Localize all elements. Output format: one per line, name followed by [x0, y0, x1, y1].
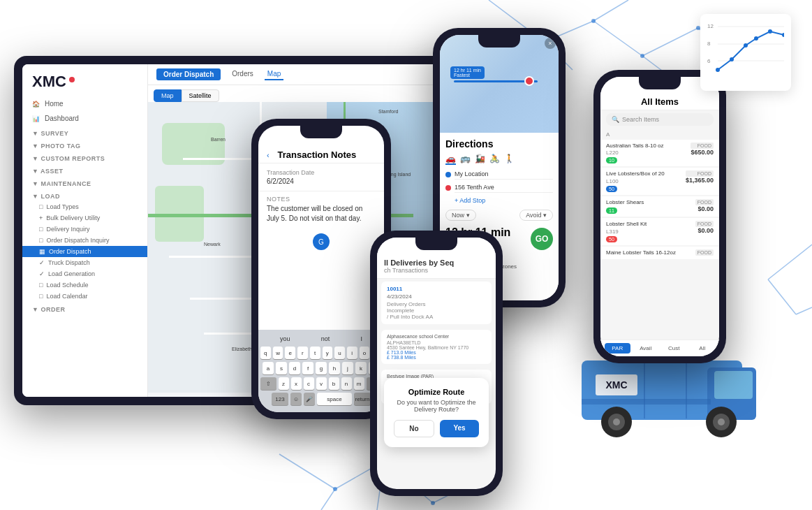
- item1-tag: FOOD: [691, 143, 714, 149]
- key-m[interactable]: m: [354, 377, 364, 390]
- keyboard[interactable]: you not I q w e r t y u i o p a: [258, 330, 384, 412]
- mode-transit-icon[interactable]: 🚌: [460, 154, 471, 165]
- key-s[interactable]: s: [276, 362, 287, 374]
- tab-orders[interactable]: Orders: [229, 68, 256, 80]
- key-mic[interactable]: 🎤: [304, 393, 315, 405]
- item2-avail: 50: [606, 186, 665, 192]
- directions-close-button[interactable]: ×: [545, 38, 556, 49]
- keyboard-row-2: a s d f g h j k l: [260, 362, 382, 374]
- key-v[interactable]: v: [316, 377, 327, 390]
- items-search-bar[interactable]: 🔍 Search Items: [606, 113, 714, 126]
- item3-details: Lobster Shears 11: [606, 199, 644, 214]
- sidebar-sub-loadschedule[interactable]: □ Load Schedule: [22, 279, 147, 291]
- chart-dot-4: [754, 36, 758, 41]
- transaction-notes-view: ‹ Transaction Notes Transaction Date 6/2…: [258, 126, 384, 412]
- item-row-4[interactable]: Lobster Shell Kit L319 50 FOOD $0.00: [600, 218, 719, 245]
- directions-avoid-option[interactable]: Avoid ▾: [519, 210, 553, 221]
- sidebar-sub-truckdispatch[interactable]: ✓ Truck Dispatch: [22, 257, 147, 268]
- key-r[interactable]: r: [297, 347, 308, 359]
- key-d[interactable]: d: [289, 362, 300, 374]
- directions-time-option[interactable]: Now ▾: [445, 210, 476, 221]
- optimize-yes-button[interactable]: Yes: [440, 420, 479, 437]
- key-t[interactable]: t: [310, 347, 320, 359]
- key-a[interactable]: a: [263, 362, 274, 374]
- item-row-2[interactable]: Live Lobsters/Box of 20 L100 50 FOOD $1,…: [600, 168, 719, 194]
- sidebar-item-dashboard[interactable]: 📊 Dashboard: [22, 111, 147, 126]
- sidebar-sub-orderdispatch[interactable]: ▦ Order Dispatch: [22, 246, 147, 257]
- word-suggestion-1[interactable]: you: [280, 335, 290, 342]
- map-tab-map[interactable]: Map: [154, 89, 182, 102]
- items-tab-avail[interactable]: Avail: [633, 343, 659, 354]
- key-return[interactable]: return: [354, 393, 371, 405]
- key-g[interactable]: g: [316, 362, 327, 374]
- tn-back-button[interactable]: ‹: [267, 151, 270, 159]
- items-tab-all[interactable]: All: [690, 343, 716, 354]
- key-b[interactable]: b: [329, 377, 339, 390]
- origin-dot: [445, 172, 451, 177]
- mode-walk-icon[interactable]: 🚶: [504, 154, 515, 165]
- mode-train-icon[interactable]: 🚂: [475, 154, 485, 165]
- key-n[interactable]: n: [341, 377, 352, 390]
- dest-dot: [445, 185, 451, 191]
- sidebar-sub-loadgen[interactable]: ✓ Load Generation: [22, 268, 147, 279]
- mode-bike-icon[interactable]: 🚴: [489, 154, 500, 165]
- tn-notes-content: The customer will be closed on July 5. D…: [258, 204, 384, 229]
- sidebar-sub-orderdispatchinquiry[interactable]: □ Order Dispatch Inquiry: [22, 235, 147, 246]
- map-tab-satellite[interactable]: Satellite: [182, 89, 219, 102]
- item-row-5[interactable]: Maine Lobster Tails 16-12oz FOOD: [600, 247, 719, 259]
- key-123[interactable]: 123: [272, 393, 288, 405]
- chart-label-6: 6: [707, 58, 711, 64]
- dashboard-icon: 📊: [32, 115, 40, 122]
- key-o[interactable]: o: [360, 347, 370, 359]
- key-w[interactable]: w: [273, 347, 283, 359]
- key-k[interactable]: k: [355, 362, 367, 374]
- sidebar-loadschedule-label: Load Schedule: [46, 282, 88, 289]
- delivery-route-1[interactable]: Alphasecance school Center ALPHA38ETLD 4…: [381, 330, 492, 364]
- key-f[interactable]: f: [302, 362, 313, 374]
- item5-name: Maine Lobster Tails 16-12oz: [606, 249, 676, 256]
- items-tab-cust[interactable]: Cust: [661, 343, 687, 354]
- key-i[interactable]: i: [347, 347, 357, 359]
- key-emoji[interactable]: ☺: [290, 393, 302, 405]
- key-z[interactable]: z: [279, 377, 289, 390]
- directions-add-stop-button[interactable]: + Add Stop: [445, 196, 553, 205]
- key-q[interactable]: q: [260, 347, 271, 359]
- item5-details: Maine Lobster Tails 16-12oz: [606, 249, 676, 256]
- key-x[interactable]: x: [291, 377, 302, 390]
- item2-name: Live Lobsters/Box of 20: [606, 170, 665, 177]
- key-shift[interactable]: ⇧: [260, 377, 276, 390]
- phone-all-items: All Items 🔍 Search Items A Australian Ta…: [593, 70, 726, 363]
- key-j[interactable]: j: [342, 362, 353, 374]
- word-suggestion-2[interactable]: not: [321, 335, 330, 342]
- key-h[interactable]: h: [329, 362, 340, 374]
- directions-dest-input[interactable]: 156 Tenth Ave: [455, 182, 553, 193]
- key-y[interactable]: y: [323, 347, 333, 359]
- delivery-item-1-date: 4/23/2024: [387, 293, 486, 300]
- item2-right: FOOD $1,365.00: [686, 170, 714, 184]
- key-c[interactable]: c: [304, 377, 314, 390]
- sidebar-sub-bulkdelivery[interactable]: + Bulk Delivery Utility: [22, 212, 147, 224]
- key-u[interactable]: u: [334, 347, 345, 359]
- mode-car-icon[interactable]: 🚗: [445, 154, 456, 165]
- chart-line: [718, 31, 784, 70]
- sidebar-sub-deliveryinquiry[interactable]: □ Delivery Inquiry: [22, 224, 147, 235]
- tab-map[interactable]: Map: [265, 68, 283, 80]
- directions-go-button[interactable]: GO: [531, 228, 553, 250]
- optimize-no-button[interactable]: No: [394, 420, 434, 437]
- keyboard-row-1: q w e r t y u i o p: [260, 347, 382, 359]
- directions-origin-input[interactable]: My Location: [455, 169, 553, 180]
- word-suggestion-3[interactable]: I: [360, 335, 362, 342]
- deliveries-overlay-area: Optimize Route Do you want to Optimize t…: [377, 407, 496, 489]
- key-space[interactable]: space: [317, 393, 352, 405]
- directions-options-row: Now ▾ Avoid ▾: [445, 210, 553, 221]
- item3-name: Lobster Shears: [606, 199, 644, 206]
- sidebar-sub-loadcalendar[interactable]: □ Load Calendar: [22, 291, 147, 302]
- items-tab-par[interactable]: PAR: [605, 343, 630, 354]
- item-row-1[interactable]: Australian Tails 8-10 oz L220 10 FOOD $6…: [600, 140, 719, 166]
- item-row-3[interactable]: Lobster Shears 11 FOOD $0.00: [600, 196, 719, 217]
- key-e[interactable]: e: [285, 347, 295, 359]
- sidebar-sub-loadtypes[interactable]: □ Load Types: [22, 201, 147, 212]
- deliveries-search[interactable]: ch Transactions: [384, 267, 489, 274]
- delivery-item-1[interactable]: 10011 4/23/2024 Delivery Orders Incomple…: [381, 282, 492, 324]
- sidebar-item-home[interactable]: 🏠 Home: [22, 96, 147, 111]
